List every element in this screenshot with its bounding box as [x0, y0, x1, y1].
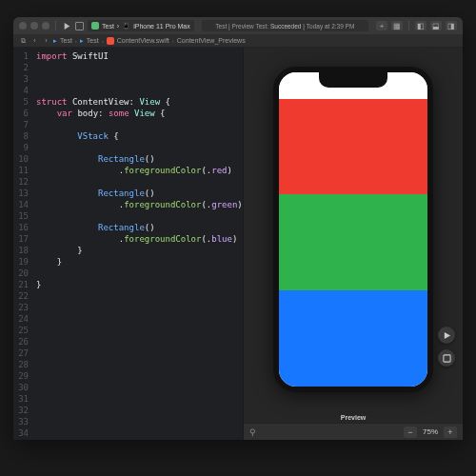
breadcrumb-symbol[interactable]: ContentView_Previews [177, 37, 246, 44]
chevron-right-icon: › [172, 38, 174, 44]
device-screen [279, 72, 427, 387]
breadcrumb-file[interactable]: ContentView.swift [117, 37, 169, 44]
vstack-preview [279, 99, 427, 387]
status-prefix: Test | Preview Test: [215, 23, 268, 30]
stop-button[interactable] [75, 22, 84, 30]
nav-back-button[interactable]: ‹ [30, 36, 39, 45]
chevron-right-icon: › [75, 38, 77, 44]
scheme-app-label: Test [102, 23, 114, 30]
panel-left-toggle[interactable]: ◧ [415, 21, 426, 30]
rectangle-red [279, 99, 427, 195]
folder-icon: ▸ [80, 37, 84, 45]
svg-marker-0 [64, 23, 69, 30]
traffic-light-close[interactable] [19, 22, 27, 30]
scheme-selector[interactable]: Test › 📱 iPhone 11 Pro Max [88, 20, 194, 31]
panel-bottom-toggle[interactable]: ⬓ [430, 21, 442, 30]
canvas-area[interactable] [244, 48, 463, 410]
pin-preview-button[interactable]: ⚲ [249, 427, 256, 437]
titlebar: Test › 📱 iPhone 11 Pro Max Test | Previe… [13, 17, 463, 34]
inspect-preview-button[interactable] [438, 349, 455, 367]
run-button[interactable] [62, 21, 71, 30]
related-items-icon[interactable]: ⧉ [19, 36, 28, 45]
traffic-light-minimize[interactable] [30, 22, 38, 30]
device-frame [273, 67, 433, 392]
code-area[interactable]: import SwiftUI struct ContentView: View … [32, 48, 243, 440]
svg-rect-2 [443, 354, 449, 361]
zoom-out-button[interactable]: − [404, 426, 417, 438]
app-icon [91, 22, 99, 30]
library-button[interactable]: ▦ [391, 21, 403, 30]
status-result: Succeeded [270, 23, 302, 30]
breadcrumb-project[interactable]: Test [60, 37, 72, 44]
folder-icon: ▸ [53, 37, 57, 45]
divider [55, 21, 56, 30]
canvas-controls [438, 327, 455, 367]
device-notch [319, 72, 387, 88]
zoom-in-button[interactable]: + [444, 426, 457, 438]
rectangle-green [279, 194, 427, 290]
svg-marker-1 [444, 331, 449, 338]
preview-label: Preview [244, 410, 463, 423]
preview-canvas: Preview ⚲ − 75% + [243, 48, 463, 440]
canvas-footer: ⚲ − 75% + [244, 423, 463, 440]
toolbar-right: + ▦ ◧ ⬓ ◨ [376, 21, 457, 30]
panel-right-toggle[interactable]: ◨ [446, 21, 457, 30]
code-editor[interactable]: 1234567891011121314151617181920212223242… [13, 48, 243, 440]
line-gutter: 1234567891011121314151617181920212223242… [13, 48, 32, 440]
chevron-right-icon: › [117, 23, 119, 30]
chevron-right-icon: › [102, 38, 104, 44]
jump-bar: ⧉ ‹ › ▸ Test › ▸ Test › ContentView.swif… [13, 34, 463, 48]
nav-forward-button[interactable]: › [42, 36, 50, 45]
status-time: Today at 2:39 PM [307, 23, 355, 30]
add-button[interactable]: + [376, 21, 387, 30]
scheme-device-label: iPhone 11 Pro Max [133, 23, 190, 30]
divider [408, 21, 409, 30]
activity-status: Test | Preview Test: Succeeded | Today a… [202, 20, 368, 31]
live-preview-button[interactable] [438, 327, 455, 344]
breadcrumb-folder[interactable]: Test [87, 37, 99, 44]
swift-file-icon [107, 37, 114, 45]
rectangle-blue [279, 290, 427, 387]
traffic-light-zoom[interactable] [42, 22, 50, 30]
zoom-level[interactable]: 75% [423, 427, 438, 436]
xcode-window: Test › 📱 iPhone 11 Pro Max Test | Previe… [13, 17, 463, 440]
editor-canvas-split: 1234567891011121314151617181920212223242… [13, 48, 463, 440]
